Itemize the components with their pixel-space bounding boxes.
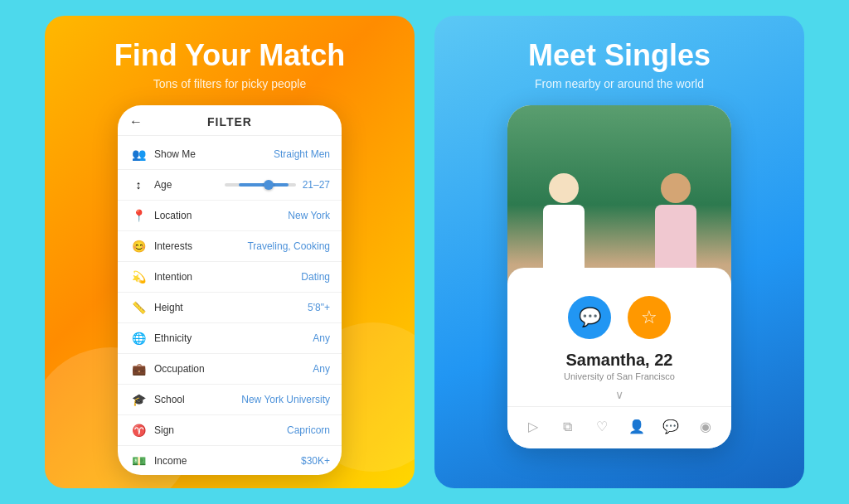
profile-info: Samantha, 22 University of San Francisco: [507, 346, 731, 388]
income-icon: 💵: [129, 452, 148, 470]
filter-row-intention[interactable]: 💫 Intention Dating: [118, 262, 342, 293]
left-subtitle: Tons of filters for picky people: [153, 77, 306, 90]
location-icon: 📍: [129, 206, 148, 225]
person-2-head: [661, 173, 691, 203]
bottom-navigation: ▷ ⧉ ♡ 👤 💬 ◉: [507, 406, 731, 448]
height-label: Height: [154, 302, 308, 313]
school-label: School: [154, 394, 241, 405]
age-value: 21–27: [303, 179, 330, 191]
sign-label: Sign: [154, 424, 287, 436]
filter-row-school[interactable]: 🎓 School New York University: [118, 385, 342, 415]
height-icon: 📏: [129, 298, 148, 317]
left-panel: Find Your Match Tons of filters for pick…: [45, 16, 415, 488]
income-label: Income: [154, 455, 301, 467]
filter-list: 👥 Show Me Straight Men ↕ Age 21–27 📍: [118, 136, 342, 475]
school-icon: 🎓: [129, 390, 148, 409]
age-slider[interactable]: [225, 183, 295, 187]
filter-row-sign[interactable]: ♈ Sign Capricorn: [118, 415, 342, 446]
income-value: $30K+: [301, 455, 330, 467]
location-value: New York: [288, 210, 330, 221]
nav-heart-icon[interactable]: ♡: [590, 415, 614, 439]
chat-button[interactable]: 💬: [568, 296, 611, 339]
nav-people-icon[interactable]: 👤: [625, 415, 648, 439]
intention-value: Dating: [301, 271, 330, 283]
filter-title: FILTER: [207, 115, 252, 128]
dating-phone-mockup: 💬 ☆ Samantha, 22 University of San Franc…: [507, 105, 731, 448]
filter-row-interests[interactable]: 😊 Interests Traveling, Cooking: [118, 231, 342, 262]
slider-thumb[interactable]: [264, 180, 274, 190]
right-subtitle: From nearby or around the world: [535, 77, 704, 90]
filter-row-income[interactable]: 💵 Income $30K+: [118, 446, 342, 475]
slider-track: [225, 183, 295, 187]
height-value: 5'8"+: [308, 302, 330, 313]
ethnicity-label: Ethnicity: [154, 332, 313, 344]
profile-school: University of San Francisco: [521, 371, 718, 381]
nav-play-icon[interactable]: ▷: [522, 415, 545, 439]
intention-icon: 💫: [129, 268, 148, 286]
show-me-icon: 👥: [129, 145, 148, 163]
occupation-label: Occupation: [154, 363, 313, 375]
filter-row-occupation[interactable]: 💼 Occupation Any: [118, 354, 342, 385]
sign-icon: ♈: [129, 421, 148, 439]
school-value: New York University: [241, 394, 330, 405]
intention-label: Intention: [154, 271, 301, 283]
interests-icon: 😊: [129, 237, 148, 255]
age-icon: ↕: [129, 176, 148, 194]
back-button[interactable]: ←: [129, 114, 143, 129]
occupation-value: Any: [313, 363, 330, 375]
occupation-icon: 💼: [129, 360, 148, 378]
right-title: Meet Singles: [528, 39, 711, 72]
nav-more-icon[interactable]: ◉: [694, 415, 717, 439]
filter-row-show-me[interactable]: 👥 Show Me Straight Men: [118, 139, 342, 170]
sign-value: Capricorn: [287, 424, 330, 436]
ethnicity-value: Any: [313, 332, 330, 344]
chevron-down-icon[interactable]: ∨: [507, 388, 731, 406]
ethnicity-icon: 🌐: [129, 329, 148, 347]
filter-row-height[interactable]: 📏 Height 5'8"+: [118, 293, 342, 323]
filter-row-age[interactable]: ↕ Age 21–27: [118, 170, 342, 201]
show-me-label: Show Me: [154, 148, 274, 160]
card-actions: 💬 ☆: [507, 284, 731, 346]
nav-chat-icon[interactable]: 💬: [659, 415, 682, 439]
person-1-head: [549, 173, 579, 203]
left-title: Find Your Match: [114, 39, 346, 72]
age-label: Age: [154, 179, 225, 191]
interests-value: Traveling, Cooking: [247, 240, 330, 252]
show-me-value: Straight Men: [274, 148, 330, 160]
filter-row-ethnicity[interactable]: 🌐 Ethnicity Any: [118, 323, 342, 354]
interests-label: Interests: [154, 240, 247, 252]
filter-row-location[interactable]: 📍 Location New York: [118, 201, 342, 231]
phone-header: ← FILTER: [118, 105, 342, 136]
profile-name: Samantha, 22: [521, 351, 718, 370]
nav-cards-icon[interactable]: ⧉: [555, 415, 579, 439]
filter-phone-mockup: ← FILTER 👥 Show Me Straight Men ↕ Age: [118, 105, 342, 475]
right-panel: Meet Singles From nearby or around the w…: [434, 16, 804, 488]
location-label: Location: [154, 210, 288, 221]
star-button[interactable]: ☆: [628, 296, 671, 339]
